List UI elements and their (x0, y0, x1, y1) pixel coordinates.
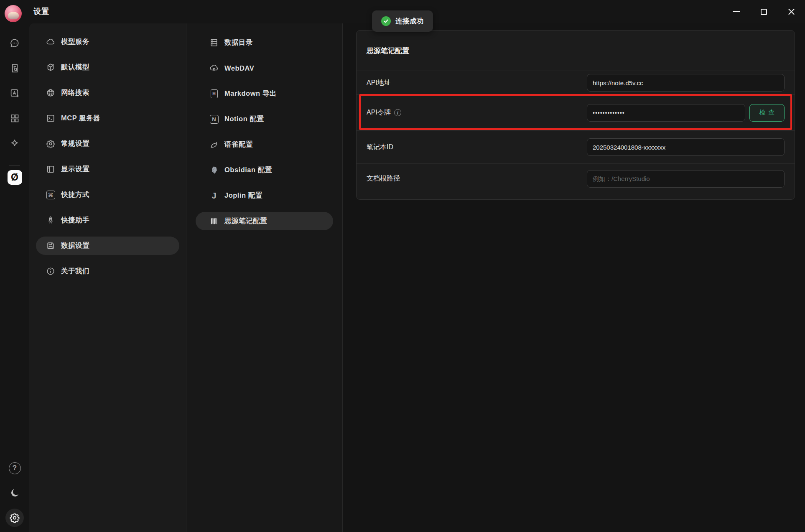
subnav-item-siyuan-config[interactable]: 思源笔记配置 (196, 212, 333, 230)
maximize-button[interactable] (750, 0, 777, 23)
nav-item-label: 模型服务 (61, 37, 89, 46)
rail-divider (9, 165, 20, 165)
subnav-item-webdav[interactable]: WebDAV (196, 59, 333, 77)
translate-icon (10, 88, 20, 99)
field-label: 笔记本ID (367, 143, 393, 152)
theme-toggle-button[interactable] (7, 485, 23, 501)
token-info-icon[interactable]: i (394, 109, 401, 116)
apps-grid-icon (10, 113, 20, 123)
field-label: API地址 (367, 79, 391, 87)
agents-search-icon (10, 63, 20, 74)
toast-text: 连接成功 (395, 17, 424, 26)
subnav-item-label: Joplin 配置 (224, 191, 262, 200)
chat-icon (9, 38, 20, 48)
nav-item-label: 网络搜索 (61, 88, 89, 97)
subnav-item-markdown-export[interactable]: M Markdown 导出 (196, 84, 333, 103)
data-settings-subnav: 数据目录 WebDAV M Markdown 导出 N Notion 配置 (186, 23, 342, 532)
avatar[interactable] (5, 5, 22, 22)
siyuan-config-card: 思源笔记配置 API地址 API令牌 i 检查 笔记本ID (356, 30, 795, 200)
cloud-icon (46, 37, 55, 46)
token-group: 检查 (587, 104, 785, 122)
notebook-id-input[interactable] (587, 138, 785, 156)
subnav-item-label: WebDAV (224, 64, 254, 72)
subnav-item-label: Markdown 导出 (224, 89, 277, 98)
gear-icon (46, 139, 55, 148)
window-title: 设置 (33, 6, 49, 16)
help-button[interactable]: ? (7, 460, 23, 476)
nav-item-general-settings[interactable]: 常规设置 (36, 135, 179, 153)
minapp-icon: Ø (8, 170, 22, 185)
nav-item-display-settings[interactable]: 显示设置 (36, 160, 179, 178)
nav-item-label: 快捷助手 (61, 216, 89, 225)
apps-nav-button[interactable] (7, 110, 23, 126)
subnav-item-label: 语雀配置 (224, 140, 253, 149)
maximize-icon (761, 9, 767, 15)
nav-item-data-settings[interactable]: 数据设置 (36, 237, 179, 255)
globe-icon (46, 88, 55, 97)
markdown-file-icon: M (209, 89, 219, 98)
nav-item-quick-assistant[interactable]: 快捷助手 (36, 211, 179, 229)
subnav-item-label: 数据目录 (224, 38, 253, 47)
subnav-item-obsidian-config[interactable]: Obsidian 配置 (196, 161, 333, 179)
field-label: 文档根路径 (367, 174, 400, 183)
subnav-item-label: Obsidian 配置 (224, 165, 272, 175)
subnav-item-notion-config[interactable]: N Notion 配置 (196, 110, 333, 128)
notion-icon: N (209, 115, 219, 124)
nav-item-about-us[interactable]: 关于我们 (36, 262, 179, 280)
card-heading: 思源笔记配置 (357, 31, 795, 71)
toast-connection-success: 连接成功 (372, 10, 433, 32)
settings-nav: 模型服务 默认模型 网络搜索 MCP 服务器 (29, 23, 186, 532)
api-address-input[interactable] (587, 74, 785, 92)
nav-item-model-services[interactable]: 模型服务 (36, 33, 179, 51)
nav-item-mcp-servers[interactable]: MCP 服务器 (36, 109, 179, 127)
minimize-icon (733, 11, 740, 12)
left-icon-rail: Ø ? (0, 23, 29, 532)
subnav-item-label: 思源笔记配置 (224, 216, 267, 226)
nav-item-shortcuts[interactable]: ⌘ 快捷方式 (36, 186, 179, 204)
close-icon (788, 8, 795, 15)
agents-nav-button[interactable] (7, 60, 23, 76)
field-row-api-token: API令牌 i 检查 (357, 94, 795, 130)
nav-item-web-search[interactable]: 网络搜索 (36, 84, 179, 102)
chat-nav-button[interactable] (7, 35, 23, 51)
success-check-icon (381, 16, 391, 26)
nav-item-label: 关于我们 (61, 267, 89, 276)
minapp-nav-button[interactable]: Ø (7, 169, 23, 185)
nav-item-label: MCP 服务器 (61, 114, 100, 123)
nav-item-label: 显示设置 (61, 165, 89, 174)
yuque-bird-icon (209, 140, 219, 149)
translate-nav-button[interactable] (7, 85, 23, 101)
doc-root-path-input[interactable] (587, 170, 785, 188)
cube-icon (46, 63, 55, 72)
knowledge-nav-button[interactable] (7, 136, 23, 152)
close-button[interactable] (777, 0, 805, 23)
rocket-icon (46, 216, 55, 225)
subnav-item-data-directory[interactable]: 数据目录 (196, 33, 333, 52)
field-row-doc-root-path: 文档根路径 (357, 163, 795, 193)
help-icon: ? (9, 462, 21, 474)
nav-item-default-models[interactable]: 默认模型 (36, 58, 179, 76)
nav-item-label: 数据设置 (61, 241, 89, 250)
window-controls (722, 0, 805, 23)
joplin-icon: J (209, 191, 219, 200)
check-token-button[interactable]: 检查 (749, 104, 785, 122)
settings-nav-button[interactable] (5, 509, 24, 527)
minimize-button[interactable] (722, 0, 750, 23)
nav-item-label: 快捷方式 (61, 190, 89, 199)
webdav-cloud-icon (209, 64, 219, 73)
siyuan-settings-main: 思源笔记配置 API地址 API令牌 i 检查 笔记本ID (342, 23, 805, 532)
settings-gear-icon (9, 512, 20, 523)
settings-panel: 模型服务 默认模型 网络搜索 MCP 服务器 (29, 23, 805, 532)
subnav-item-joplin-config[interactable]: J Joplin 配置 (196, 186, 333, 205)
layout-icon (46, 165, 55, 174)
field-row-api-address: API地址 (357, 71, 795, 94)
api-token-input[interactable] (587, 104, 745, 122)
info-icon (46, 267, 55, 276)
moon-icon (9, 487, 20, 499)
subnav-item-yuque-config[interactable]: 语雀配置 (196, 135, 333, 154)
database-icon (209, 38, 219, 47)
field-row-notebook-id: 笔记本ID (357, 130, 795, 163)
field-label: API令牌 i (367, 108, 401, 117)
terminal-icon (46, 114, 55, 123)
nav-item-label: 常规设置 (61, 139, 89, 148)
